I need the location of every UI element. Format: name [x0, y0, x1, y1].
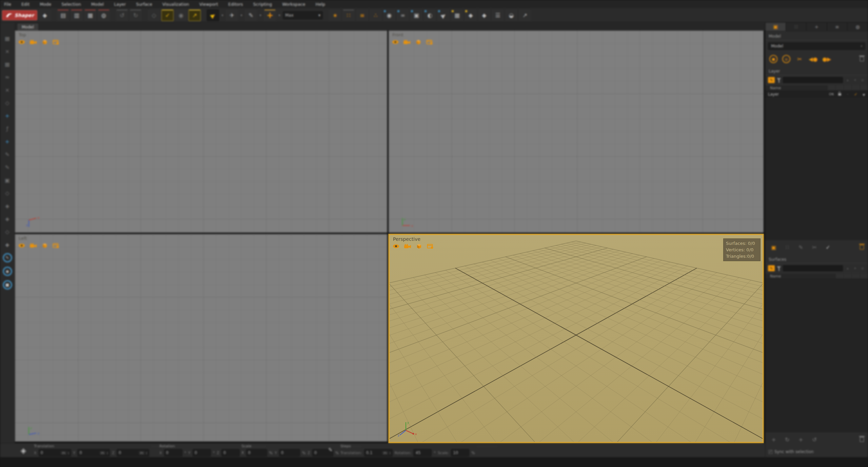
local-gizmo-icon[interactable]: + — [769, 435, 778, 444]
surfaces-filter-input[interactable] — [783, 265, 843, 271]
poly-pair-alt-icon[interactable]: ◈ — [3, 214, 12, 223]
cube-icon[interactable] — [415, 39, 422, 45]
cube-icon[interactable] — [41, 243, 48, 248]
retopo-tool-button[interactable]: ∗ — [329, 9, 341, 21]
viewport-front[interactable]: Front x y — [389, 31, 764, 233]
select-tool-button[interactable]: ▶ — [207, 9, 219, 21]
surfaces-list-area[interactable] — [765, 279, 868, 432]
layer-settings-icon[interactable]: ◎ — [860, 78, 865, 82]
menu-visualization[interactable]: Visualization — [162, 2, 189, 7]
on-column-header[interactable] — [827, 85, 835, 90]
delete-vertex-icon[interactable]: × — [3, 47, 12, 56]
translation-z-input[interactable] — [119, 450, 137, 455]
scale-x-input[interactable] — [248, 450, 265, 455]
cube-icon[interactable] — [415, 244, 423, 249]
scale-x-field[interactable] — [246, 449, 267, 456]
menu-help[interactable]: Help — [316, 2, 326, 7]
viewport-top[interactable]: Top x z — [15, 31, 387, 233]
column-header[interactable] — [860, 274, 868, 278]
new-layer-icon[interactable]: ✎ — [768, 77, 775, 83]
gamepad-panel-button[interactable]: ◆ — [39, 9, 51, 21]
viewport-settings-icon[interactable] — [53, 242, 59, 248]
curve-tool-icon[interactable]: ≈ — [3, 73, 12, 81]
scale-y-input[interactable] — [281, 450, 298, 455]
save-file-button[interactable]: ▦ — [84, 9, 96, 21]
pencil-icon[interactable]: ✎ — [3, 163, 12, 172]
steps-translation-field[interactable]: m ▴▾ — [364, 449, 393, 456]
camera-icon[interactable] — [29, 39, 37, 45]
delete-model-icon[interactable] — [860, 57, 864, 61]
fly-mode-button[interactable]: ✈ — [226, 9, 238, 21]
lock-toggle-button[interactable]: ◉ — [175, 9, 187, 21]
menu-editors[interactable]: Editors — [228, 2, 243, 7]
ghost-toggle[interactable]: · — [844, 93, 852, 96]
filter-icon[interactable] — [777, 266, 781, 269]
poly-pair-icon[interactable]: ◈ — [3, 201, 12, 210]
delete-surface-icon[interactable] — [860, 245, 864, 250]
keyboard-panel-button[interactable]: ☰ — [492, 9, 504, 21]
eye-icon[interactable] — [392, 244, 400, 249]
edit-surface-icon[interactable]: ✎ — [796, 243, 805, 252]
rotation-z-input[interactable] — [223, 450, 238, 455]
orbit-gizmo-icon[interactable]: ↻ — [783, 435, 792, 444]
steps-translation-input[interactable] — [366, 450, 381, 455]
delete-pivot-icon[interactable] — [860, 437, 864, 442]
fly-mode-dropdown[interactable]: ▾ — [239, 9, 243, 21]
steps-rotation-field[interactable] — [413, 449, 432, 456]
transform-gizmo-icon[interactable]: + — [3, 137, 12, 146]
viewport-settings-icon[interactable] — [426, 39, 433, 45]
eye-icon[interactable] — [392, 39, 399, 45]
scale-diamond-icon[interactable]: ◆ — [3, 240, 12, 249]
cube-icon[interactable] — [41, 39, 48, 45]
pick-column-header[interactable] — [860, 85, 868, 90]
merge-tool-button[interactable]: ∷ — [342, 9, 355, 21]
import-model-button[interactable]: ◍ — [98, 9, 110, 21]
scale-y-field[interactable] — [279, 449, 300, 456]
tab-objects[interactable]: ▣ — [765, 22, 786, 31]
pen-icon[interactable]: ✎ — [3, 150, 12, 159]
isolate-icon[interactable]: ■ — [769, 55, 777, 63]
cut-icon[interactable]: ✂ — [795, 55, 804, 63]
viewport-left[interactable]: Left z y — [15, 234, 387, 442]
grid-display-icon[interactable]: ▦ — [3, 60, 12, 69]
stepper[interactable]: ▴▾ — [107, 451, 108, 454]
collapse-icon[interactable]: ▴ — [845, 78, 850, 82]
check-icon[interactable]: ✓ — [852, 92, 860, 97]
box-mode-icon[interactable]: ■ — [3, 280, 12, 290]
gizmo-diamond-icon[interactable]: ◇ — [3, 98, 12, 107]
function-curve-icon[interactable]: ƒ — [3, 124, 12, 133]
tab-hierarchy[interactable]: ≡ — [827, 22, 848, 31]
model-dropdown[interactable]: Model ▾ — [768, 42, 865, 50]
name-column-header[interactable]: Name — [770, 274, 835, 278]
rotation-y-field[interactable] — [193, 449, 211, 456]
grid-tool-button[interactable]: ▦ — [451, 9, 463, 21]
camera-icon[interactable] — [403, 39, 411, 45]
layer-filter-input[interactable] — [783, 77, 843, 83]
diamond-tool-icon[interactable]: ◇ — [3, 189, 12, 197]
expand-icon[interactable]: ▾ — [852, 78, 858, 82]
stepper[interactable]: ▴▾ — [390, 451, 391, 454]
menu-file[interactable]: File — [4, 2, 11, 7]
hierarchy-tool-button[interactable]: ≡ — [356, 9, 368, 21]
new-file-button[interactable]: ▤ — [57, 9, 69, 21]
column-header[interactable] — [844, 274, 852, 278]
translation-z-field[interactable]: m ▴▾ — [117, 449, 149, 456]
collapse-icon[interactable]: ▴ — [845, 266, 850, 271]
new-surface-icon[interactable]: ✎ — [768, 265, 775, 271]
grid-snap-icon[interactable]: ▦ — [3, 34, 12, 43]
menu-layer[interactable]: Layer — [114, 2, 126, 7]
soft-selection-toggle-button[interactable]: ✓ — [161, 9, 174, 21]
prev-item-icon[interactable]: ◀● — [809, 55, 817, 63]
box-lift-tool-button[interactable]: ▣ — [410, 9, 422, 21]
menu-surface[interactable]: Surface — [136, 2, 152, 7]
viewport-settings-icon[interactable] — [53, 39, 59, 45]
menu-mode[interactable]: Mode — [40, 2, 51, 7]
lock-icon[interactable] — [835, 93, 844, 96]
select-tool-dropdown[interactable]: ▾ — [220, 9, 224, 21]
sync-checkbox[interactable]: ✓ — [769, 450, 772, 454]
edit-steps-icon[interactable]: ✎ — [328, 447, 333, 453]
viewport-settings-icon[interactable] — [427, 243, 434, 249]
mirror-eyes-tool-button[interactable]: ∞ — [397, 9, 409, 21]
column-header[interactable] — [835, 274, 844, 278]
menu-edit[interactable]: Edit — [21, 2, 29, 7]
